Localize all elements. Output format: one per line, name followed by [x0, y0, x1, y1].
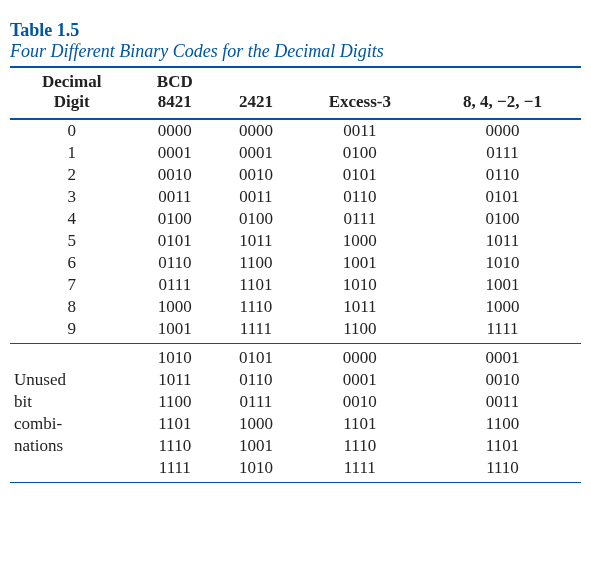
table-title: Four Different Binary Codes for the Deci… [10, 41, 581, 62]
cell-ex3: 0000 [296, 344, 424, 370]
cell-bcd: 1011 [133, 369, 216, 391]
cell-d: 0 [10, 119, 133, 142]
cell-d: 9 [10, 318, 133, 344]
cell-bcd: 1010 [133, 344, 216, 370]
col-header-2421: 2421 [216, 67, 295, 119]
cell-c84m2m1: 1100 [424, 413, 581, 435]
cell-c84m2m1: 0101 [424, 186, 581, 208]
cell-bcd: 1000 [133, 296, 216, 318]
cell-bcd: 1111 [133, 457, 216, 483]
cell-c84m2m1: 1110 [424, 457, 581, 483]
cell-c2421: 1111 [216, 318, 295, 344]
cell-ex3: 0011 [296, 119, 424, 142]
cell-bcd: 1100 [133, 391, 216, 413]
cell-c84m2m1: 0011 [424, 391, 581, 413]
cell-ex3: 0001 [296, 369, 424, 391]
cell-c2421: 0001 [216, 142, 295, 164]
table-row: 60110110010011010 [10, 252, 581, 274]
col-header-decimal: Decimal Digit [10, 67, 133, 119]
cell-c2421: 1000 [216, 413, 295, 435]
cell-bcd: 0010 [133, 164, 216, 186]
cell-c84m2m1: 0111 [424, 142, 581, 164]
cell-ex3: 1001 [296, 252, 424, 274]
cell-ex3: 1110 [296, 435, 424, 457]
table-row: 91001111111001111 [10, 318, 581, 344]
table-row: 30011001101100101 [10, 186, 581, 208]
cell-ex3: 1000 [296, 230, 424, 252]
cell-d: 2 [10, 164, 133, 186]
cell-ex3: 1101 [296, 413, 424, 435]
cell-c84m2m1: 0000 [424, 119, 581, 142]
cell-ex3: 1100 [296, 318, 424, 344]
cell-bcd: 0101 [133, 230, 216, 252]
table-row: nations1110100111101101 [10, 435, 581, 457]
cell-c84m2m1: 1010 [424, 252, 581, 274]
cell-bcd: 0110 [133, 252, 216, 274]
col-header-decimal-l1: Decimal [42, 72, 101, 91]
table-row: combi-1101100011011100 [10, 413, 581, 435]
cell-bcd: 0000 [133, 119, 216, 142]
cell-c84m2m1: 1111 [424, 318, 581, 344]
table-row: 50101101110001011 [10, 230, 581, 252]
cell-ex3: 1010 [296, 274, 424, 296]
cell-c2421: 0101 [216, 344, 295, 370]
cell-c84m2m1: 1011 [424, 230, 581, 252]
cell-d: 7 [10, 274, 133, 296]
unused-label-line: Unused [10, 369, 133, 391]
cell-c2421: 1110 [216, 296, 295, 318]
cell-d: 3 [10, 186, 133, 208]
cell-d: 5 [10, 230, 133, 252]
cell-c2421: 1011 [216, 230, 295, 252]
table-label: Table 1.5 [10, 20, 581, 41]
col-header-excess3: Excess-3 [296, 67, 424, 119]
table-row: Unused1011011000010010 [10, 369, 581, 391]
cell-c2421: 1101 [216, 274, 295, 296]
cell-bcd: 0001 [133, 142, 216, 164]
cell-c2421: 1100 [216, 252, 295, 274]
cell-d: 6 [10, 252, 133, 274]
cell-c2421: 0010 [216, 164, 295, 186]
cell-c2421: 1001 [216, 435, 295, 457]
cell-bcd: 0100 [133, 208, 216, 230]
table-row: 70111110110101001 [10, 274, 581, 296]
unused-label-line: combi- [10, 413, 133, 435]
table-row: bit1100011100100011 [10, 391, 581, 413]
cell-ex3: 0010 [296, 391, 424, 413]
cell-c2421: 1010 [216, 457, 295, 483]
cell-ex3: 0111 [296, 208, 424, 230]
cell-c2421: 0111 [216, 391, 295, 413]
unused-label-line [10, 457, 133, 483]
table-row: 81000111010111000 [10, 296, 581, 318]
table-row: 1010010100000001 [10, 344, 581, 370]
cell-c84m2m1: 0100 [424, 208, 581, 230]
cell-ex3: 1111 [296, 457, 424, 483]
cell-d: 4 [10, 208, 133, 230]
cell-c84m2m1: 1101 [424, 435, 581, 457]
unused-label-line [10, 344, 133, 370]
table-row: 00000000000110000 [10, 119, 581, 142]
cell-d: 1 [10, 142, 133, 164]
unused-label-line: bit [10, 391, 133, 413]
table-row: 10001000101000111 [10, 142, 581, 164]
cell-c84m2m1: 0010 [424, 369, 581, 391]
cell-c84m2m1: 1001 [424, 274, 581, 296]
cell-c84m2m1: 1000 [424, 296, 581, 318]
cell-c2421: 0000 [216, 119, 295, 142]
cell-c2421: 0110 [216, 369, 295, 391]
col-header-decimal-l2: Digit [54, 92, 90, 111]
cell-ex3: 0101 [296, 164, 424, 186]
col-header-bcd-l1: BCD [157, 72, 193, 91]
cell-c2421: 0011 [216, 186, 295, 208]
col-header-bcd-l2: 8421 [158, 92, 192, 111]
table-row: 1111101011111110 [10, 457, 581, 483]
cell-c2421: 0100 [216, 208, 295, 230]
cell-bcd: 0011 [133, 186, 216, 208]
cell-c84m2m1: 0001 [424, 344, 581, 370]
col-header-bcd: BCD 8421 [133, 67, 216, 119]
cell-bcd: 1110 [133, 435, 216, 457]
cell-c84m2m1: 0110 [424, 164, 581, 186]
cell-ex3: 0110 [296, 186, 424, 208]
cell-bcd: 0111 [133, 274, 216, 296]
cell-ex3: 0100 [296, 142, 424, 164]
cell-d: 8 [10, 296, 133, 318]
